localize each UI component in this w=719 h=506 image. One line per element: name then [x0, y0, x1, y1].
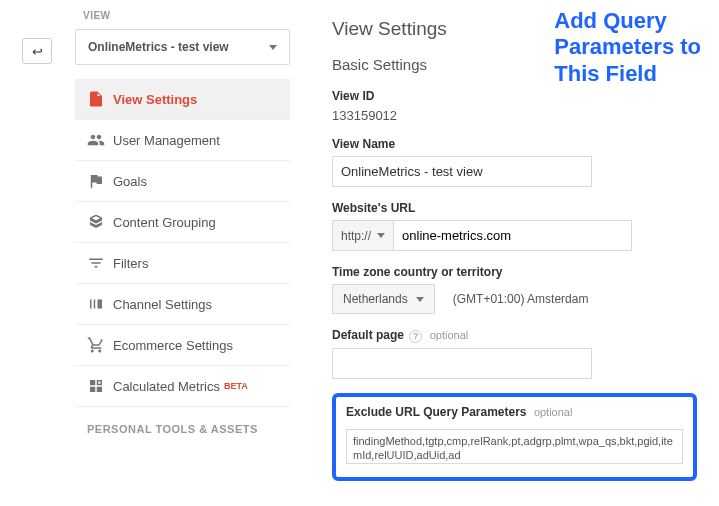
nav-user-management[interactable]: User Management: [75, 120, 290, 161]
exclude-params-textarea[interactable]: [346, 429, 683, 464]
view-name-label: View Name: [332, 137, 697, 151]
nav-calculated-metrics[interactable]: Calculated Metrics BETA: [75, 366, 290, 407]
personal-tools-section-header: PERSONAL TOOLS & ASSETS: [75, 407, 290, 443]
timezone-country-text: Netherlands: [343, 292, 408, 306]
nav-label: Calculated Metrics: [113, 379, 220, 394]
default-page-label: Default page ? optional: [332, 328, 697, 343]
timezone-label: Time zone country or territory: [332, 265, 697, 279]
back-button[interactable]: ↩: [22, 38, 52, 64]
view-selector-dropdown[interactable]: OnlineMetrics - test view: [75, 29, 290, 65]
nav-label: Content Grouping: [113, 215, 216, 230]
beta-badge: BETA: [224, 381, 248, 391]
annotation-line: Parameters to: [554, 34, 701, 60]
annotation-line: Add Query: [554, 8, 701, 34]
exclude-params-label: Exclude URL Query Parameters optional: [346, 405, 683, 419]
caret-down-icon: [416, 297, 424, 302]
optional-text: optional: [430, 329, 469, 341]
content-grouping-icon: [87, 213, 113, 231]
channel-icon: [87, 295, 113, 313]
timezone-country-select[interactable]: Netherlands: [332, 284, 435, 314]
url-protocol-select[interactable]: http://: [332, 220, 393, 251]
url-protocol-text: http://: [341, 229, 371, 243]
main-content: View Settings Basic Settings View ID 133…: [300, 0, 719, 506]
nav-label: Ecommerce Settings: [113, 338, 233, 353]
caret-down-icon: [377, 233, 385, 238]
sidebar: VIEW OnlineMetrics - test view View Sett…: [0, 0, 300, 506]
view-id-label: View ID: [332, 89, 697, 103]
annotation-line: This Field: [554, 61, 701, 87]
website-url-label: Website's URL: [332, 201, 697, 215]
calculated-metrics-icon: [87, 377, 113, 395]
nav-content-grouping[interactable]: Content Grouping: [75, 202, 290, 243]
nav-label: Goals: [113, 174, 147, 189]
file-icon: [87, 90, 113, 108]
view-name-input[interactable]: [332, 156, 592, 187]
optional-text: optional: [534, 406, 573, 418]
timezone-offset-text: (GMT+01:00) Amsterdam: [453, 292, 589, 306]
nav-label: View Settings: [113, 92, 197, 107]
website-url-input[interactable]: [393, 220, 632, 251]
default-page-input[interactable]: [332, 348, 592, 379]
nav-ecommerce-settings[interactable]: Ecommerce Settings: [75, 325, 290, 366]
help-icon[interactable]: ?: [409, 330, 422, 343]
users-icon: [87, 131, 113, 149]
nav-goals[interactable]: Goals: [75, 161, 290, 202]
filter-icon: [87, 254, 113, 272]
nav-label: Filters: [113, 256, 148, 271]
annotation-callout: Add Query Parameters to This Field: [554, 8, 701, 87]
flag-icon: [87, 172, 113, 190]
view-section-label: VIEW: [75, 10, 290, 21]
view-selector-text: OnlineMetrics - test view: [88, 40, 229, 54]
nav-filters[interactable]: Filters: [75, 243, 290, 284]
view-id-value: 133159012: [332, 108, 697, 123]
caret-down-icon: [269, 45, 277, 50]
nav-view-settings[interactable]: View Settings: [75, 79, 290, 120]
cart-icon: [87, 336, 113, 354]
back-arrow-icon: ↩: [32, 44, 43, 59]
nav-channel-settings[interactable]: Channel Settings: [75, 284, 290, 325]
exclude-params-highlight: Exclude URL Query Parameters optional: [332, 393, 697, 481]
nav-label: User Management: [113, 133, 220, 148]
nav-label: Channel Settings: [113, 297, 212, 312]
